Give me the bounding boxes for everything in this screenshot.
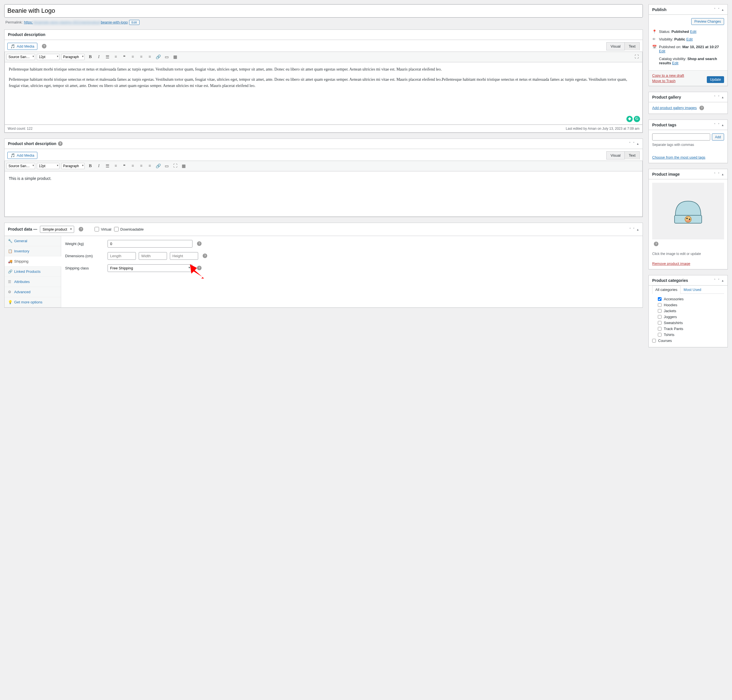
permalink-link[interactable]: https://example-store-staging-2021/wp/pr… (24, 20, 128, 24)
align-left-icon[interactable]: ≡ (129, 162, 137, 170)
edit-date-link[interactable]: Edit (659, 49, 665, 53)
toolbar-toggle-icon[interactable]: ▦ (171, 53, 179, 61)
tab-general[interactable]: 🔧General (4, 236, 61, 246)
edit-visibility-link[interactable]: Edit (687, 37, 692, 41)
help-icon[interactable]: ? (42, 44, 46, 49)
grammarly-icon[interactable]: G (634, 116, 640, 122)
align-right-icon[interactable]: ≡ (146, 53, 154, 61)
chevron-down-icon[interactable]: ˅ (717, 122, 720, 128)
blockquote-icon[interactable]: ❝ (120, 162, 128, 170)
tab-shipping[interactable]: 🚚Shipping (4, 256, 61, 266)
font-family-select[interactable]: Source San… (6, 163, 35, 169)
bold-icon[interactable]: B (87, 162, 94, 170)
chevron-down-icon[interactable]: ˅ (632, 141, 635, 146)
virtual-checkbox[interactable]: Virtual (95, 227, 111, 231)
toolbar-toggle-icon[interactable]: ▦ (180, 162, 188, 170)
fullscreen-icon[interactable]: ⛶ (171, 162, 179, 170)
add-gallery-images-link[interactable]: Add product gallery images (652, 106, 697, 110)
tab-get-more[interactable]: 💡Get more options (4, 297, 61, 307)
category-item[interactable]: Joggers (658, 315, 724, 319)
most-used-tags-link[interactable]: Choose from the most used tags (652, 155, 706, 159)
width-input[interactable] (139, 252, 167, 260)
bullet-list-icon[interactable]: ☰ (103, 162, 111, 170)
bold-icon[interactable]: B (87, 53, 94, 61)
category-item[interactable]: Jackets (658, 309, 724, 313)
italic-icon[interactable]: I (95, 53, 103, 61)
editor-tab-text[interactable]: Text (625, 151, 640, 159)
link-icon[interactable]: 🔗 (154, 53, 162, 61)
fullscreen-icon[interactable]: ⛶ (633, 53, 641, 61)
categories-tab-most-used[interactable]: Most Used (681, 285, 704, 294)
caret-up-icon[interactable]: ▴ (721, 172, 724, 177)
chevron-down-icon[interactable]: ˅ (717, 172, 720, 177)
paragraph-format-select[interactable]: Paragraph (61, 54, 85, 60)
product-type-select[interactable]: Simple product (40, 226, 74, 233)
number-list-icon[interactable]: ≡ (112, 53, 120, 61)
help-icon[interactable]: ? (203, 253, 207, 258)
read-more-icon[interactable]: ▭ (163, 162, 171, 170)
height-input[interactable] (170, 252, 198, 260)
tab-attributes[interactable]: ☰Attributes (4, 277, 61, 287)
weight-input[interactable] (107, 240, 192, 248)
chevron-up-icon[interactable]: ˄ (713, 278, 716, 283)
help-icon[interactable]: ? (700, 106, 704, 110)
read-more-icon[interactable]: ▭ (163, 53, 171, 61)
category-item[interactable]: Hoodies (658, 303, 724, 307)
paragraph-format-select[interactable]: Paragraph (61, 163, 85, 169)
categories-tab-all[interactable]: All categories (652, 285, 681, 294)
align-left-icon[interactable]: ≡ (129, 53, 137, 61)
product-image-thumbnail[interactable] (652, 183, 724, 240)
help-icon[interactable]: ? (58, 141, 63, 146)
help-icon[interactable]: ? (79, 227, 83, 231)
help-icon[interactable]: ? (654, 242, 659, 246)
tags-input[interactable] (652, 134, 710, 141)
length-input[interactable] (107, 252, 136, 260)
font-size-select[interactable]: 12pt (37, 163, 59, 169)
font-size-select[interactable]: 12pt (37, 54, 59, 60)
add-media-button[interactable]: 🎵 Add Media (7, 152, 37, 159)
edit-catalog-visibility-link[interactable]: Edit (672, 61, 678, 65)
category-item[interactable]: Track Pants (658, 326, 724, 331)
copy-draft-link[interactable]: Copy to a new draft (652, 74, 684, 78)
caret-up-icon[interactable]: ▴ (636, 227, 639, 232)
shipping-class-select[interactable]: Free Shipping (107, 264, 192, 272)
editor-tab-visual[interactable]: Visual (606, 151, 625, 159)
chevron-up-icon[interactable]: ˄ (713, 95, 716, 100)
tab-inventory[interactable]: 📋Inventory (4, 246, 61, 256)
category-item[interactable]: Sweatshirts (658, 321, 724, 325)
help-icon[interactable]: ? (197, 266, 201, 270)
editor-tab-visual[interactable]: Visual (606, 42, 625, 50)
update-button[interactable]: Update (707, 76, 724, 83)
font-family-select[interactable]: Source San… (6, 54, 35, 60)
align-center-icon[interactable]: ≡ (137, 162, 145, 170)
chevron-up-icon[interactable]: ˄ (628, 141, 631, 146)
category-item[interactable]: Tshirts (658, 332, 724, 337)
category-item[interactable]: Courses (652, 338, 724, 343)
caret-up-icon[interactable]: ▴ (721, 95, 724, 100)
add-media-button[interactable]: 🎵 Add Media (7, 43, 37, 50)
align-center-icon[interactable]: ≡ (137, 53, 145, 61)
caret-up-icon[interactable]: ▴ (636, 141, 639, 146)
product-title-input[interactable] (4, 4, 643, 18)
remove-image-link[interactable]: Remove product image (652, 262, 690, 266)
permalink-edit-button[interactable]: Edit (129, 20, 139, 25)
italic-icon[interactable]: I (95, 162, 103, 170)
chevron-down-icon[interactable]: ˅ (717, 278, 720, 283)
short-description-editor[interactable]: This is a simple product. (4, 171, 643, 217)
chevron-up-icon[interactable]: ˄ (629, 227, 632, 232)
chevron-down-icon[interactable]: ˅ (632, 227, 635, 232)
number-list-icon[interactable]: ≡ (112, 162, 120, 170)
grammarly-icon[interactable]: ◆ (626, 116, 633, 122)
add-tag-button[interactable]: Add (712, 134, 724, 141)
chevron-up-icon[interactable]: ˄ (713, 7, 716, 12)
bullet-list-icon[interactable]: ☰ (103, 53, 111, 61)
chevron-down-icon[interactable]: ˅ (717, 95, 720, 100)
link-icon[interactable]: 🔗 (154, 162, 162, 170)
tab-linked-products[interactable]: 🔗Linked Products (4, 266, 61, 277)
category-item[interactable]: Accessories (658, 297, 724, 301)
editor-tab-text[interactable]: Text (625, 42, 640, 50)
caret-up-icon[interactable]: ▴ (721, 278, 724, 283)
blockquote-icon[interactable]: ❝ (120, 53, 128, 61)
chevron-up-icon[interactable]: ˄ (713, 122, 716, 128)
align-right-icon[interactable]: ≡ (146, 162, 154, 170)
